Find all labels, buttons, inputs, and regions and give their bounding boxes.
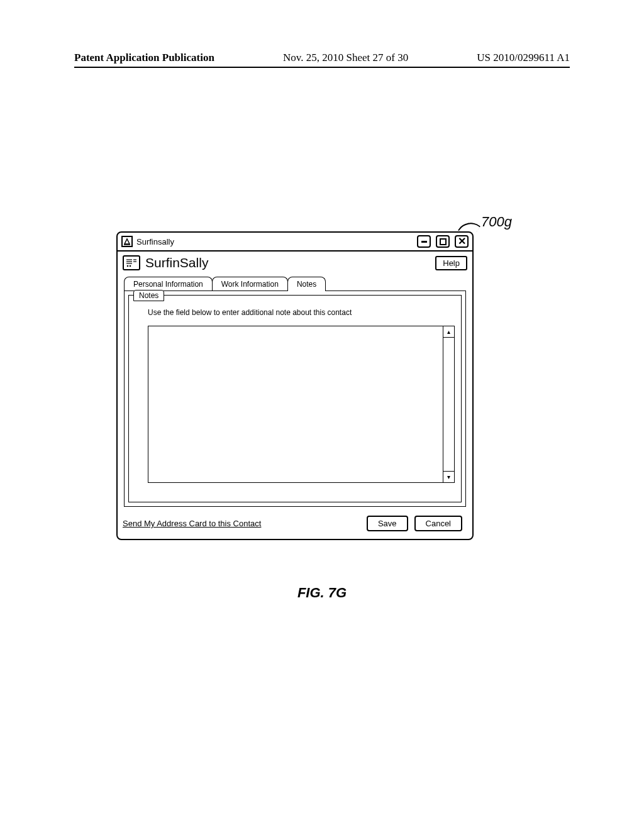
window-content: SurfinSally Help Personal Information Wo… bbox=[118, 250, 472, 539]
reference-numeral-700g: 700g bbox=[481, 214, 512, 230]
notes-instruction: Use the field below to enter additional … bbox=[148, 308, 455, 317]
svg-point-7 bbox=[127, 265, 129, 267]
maximize-button[interactable] bbox=[436, 235, 450, 248]
tab-work-information[interactable]: Work Information bbox=[212, 277, 288, 291]
header-sheet-info: Nov. 25, 2010 Sheet 27 of 30 bbox=[283, 52, 408, 64]
triangle-down-icon: ▾ bbox=[447, 473, 450, 480]
notes-scrollbar[interactable]: ▴ ▾ bbox=[443, 326, 454, 482]
contact-window: Surfinsally ✕ SurfinSal bbox=[116, 231, 474, 540]
help-button[interactable]: Help bbox=[435, 256, 467, 270]
window-footer: Send My Address Card to this Contact Sav… bbox=[123, 507, 467, 533]
contact-card-icon bbox=[123, 255, 140, 270]
scroll-up-button[interactable]: ▴ bbox=[443, 326, 454, 338]
maximize-icon bbox=[440, 238, 447, 245]
scroll-down-button[interactable]: ▾ bbox=[443, 471, 454, 482]
tab-personal-information[interactable]: Personal Information bbox=[124, 277, 213, 291]
svg-point-8 bbox=[130, 265, 131, 267]
scroll-track[interactable] bbox=[443, 338, 454, 471]
window-app-icon bbox=[121, 236, 133, 247]
page-header: Patent Application Publication Nov. 25, … bbox=[74, 52, 570, 68]
save-button[interactable]: Save bbox=[367, 516, 408, 531]
notes-textarea[interactable]: ▴ ▾ bbox=[148, 326, 455, 483]
minimize-button[interactable] bbox=[417, 235, 431, 248]
tab-strip: Personal Information Work Information No… bbox=[124, 277, 466, 507]
header-publication: Patent Application Publication bbox=[74, 52, 214, 64]
tab-notes[interactable]: Notes bbox=[287, 277, 326, 291]
close-icon: ✕ bbox=[458, 236, 466, 246]
svg-marker-0 bbox=[125, 239, 130, 244]
contact-header: SurfinSally Help bbox=[123, 255, 467, 270]
figure-caption: FIG. 7G bbox=[0, 585, 644, 601]
cancel-button[interactable]: Cancel bbox=[414, 516, 462, 531]
send-address-card-link[interactable]: Send My Address Card to this Contact bbox=[123, 519, 261, 528]
notes-panel-label: Notes bbox=[133, 290, 164, 301]
header-patent-number: US 2010/0299611 A1 bbox=[477, 52, 570, 64]
tab-panel-notes: Notes Use the field below to enter addit… bbox=[124, 290, 466, 507]
minimize-icon bbox=[421, 241, 427, 243]
window-titlebar: Surfinsally ✕ bbox=[118, 233, 472, 250]
triangle-up-icon: ▴ bbox=[447, 328, 450, 335]
window-title: Surfinsally bbox=[136, 237, 174, 246]
notes-text-content[interactable] bbox=[148, 326, 443, 482]
contact-name: SurfinSally bbox=[145, 255, 208, 270]
close-button[interactable]: ✕ bbox=[455, 235, 469, 248]
